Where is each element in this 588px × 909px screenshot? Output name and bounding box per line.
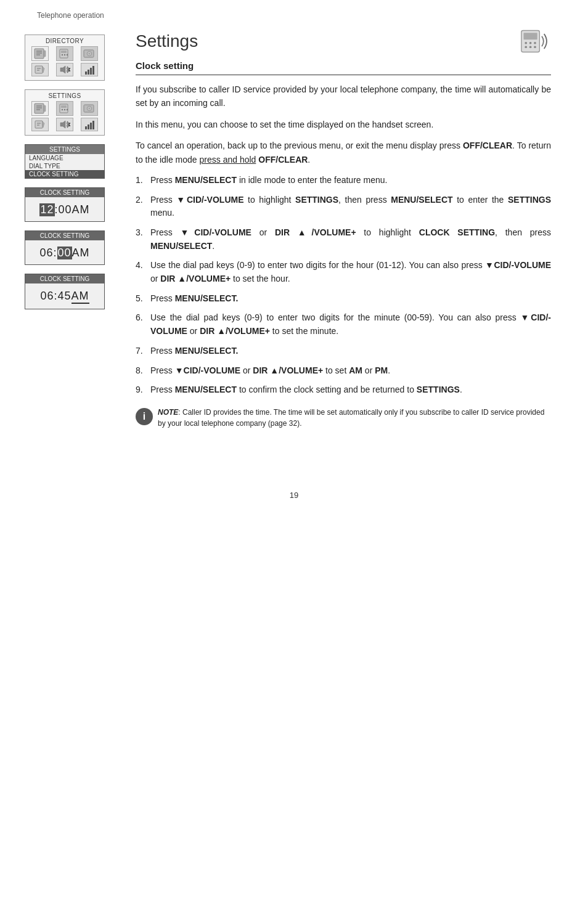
- phone-icon-1: [56, 46, 73, 61]
- body3-bold2: OFF/CLEAR: [258, 155, 308, 165]
- note-body: : Caller ID provides the time. The time …: [158, 408, 544, 428]
- svg-rect-21: [35, 104, 44, 113]
- step-3: 3. Press ▼CID/-VOLUME or DIR ▲/VOLUME+ t…: [136, 226, 551, 253]
- press-hold-underline: press and hold: [200, 155, 256, 165]
- svg-point-47: [525, 46, 527, 48]
- svg-point-45: [529, 42, 532, 44]
- step3-bold4: MENU/SELECT: [150, 241, 212, 251]
- step-8: 8. Press ▼CID/-VOLUME or DIR ▲/VOLUME+ t…: [136, 364, 551, 378]
- step8-bold4: PM: [375, 365, 388, 375]
- svg-rect-19: [69, 68, 70, 69]
- pencil-icon-1: [31, 63, 49, 76]
- step2-bold2: SETTINGS: [295, 195, 338, 205]
- clock-header-3: CLOCK SETTING: [25, 274, 104, 283]
- svg-rect-6: [61, 51, 67, 53]
- sidebar: DIRECTORY: [0, 22, 123, 441]
- page-number: 19: [290, 491, 298, 500]
- page-header: Telephone operation: [0, 0, 588, 22]
- step-3-num: 3.: [136, 226, 150, 253]
- svg-point-48: [529, 46, 532, 48]
- signal-icon-2: [81, 118, 98, 131]
- step-1-content: Press MENU/SELECT in idle mode to enter …: [150, 174, 551, 187]
- section-title: Clock setting: [136, 60, 551, 75]
- svg-point-46: [534, 42, 536, 44]
- step-6-content: Use the dial pad keys (0-9) to enter two…: [150, 311, 551, 338]
- title-icon-area: [519, 28, 551, 54]
- svg-point-9: [67, 54, 68, 55]
- page-footer: 19: [0, 478, 588, 506]
- main-content: Settings Clock setting: [123, 22, 588, 441]
- step5-bold: MENU/SELECT.: [175, 293, 239, 303]
- step9-bold1: MENU/SELECT: [175, 385, 237, 394]
- step8-bold1: CID/-VOLUME: [184, 365, 241, 375]
- clock-panel-1: CLOCK SETTING 12:00AM: [25, 187, 105, 222]
- svg-rect-41: [69, 125, 70, 126]
- step-7-content: Press MENU/SELECT.: [150, 344, 551, 358]
- clock-time-3: 06:45AM: [25, 283, 104, 309]
- clock-header-1: CLOCK SETTING: [25, 188, 104, 197]
- settings-device-label: SETTINGS: [28, 92, 102, 99]
- clock-time-2: 06:00AM: [25, 240, 104, 264]
- step-1-num: 1.: [136, 174, 150, 187]
- body-paragraph-2: In this menu, you can choose to set the …: [136, 118, 551, 131]
- svg-point-30: [67, 109, 68, 110]
- step2-bold1: CID/-VOLUME: [187, 195, 244, 205]
- body-paragraph-1: If you subscribe to caller ID service pr…: [136, 83, 551, 110]
- speaker-icon-2: [56, 118, 73, 131]
- phonebook-icon: [31, 46, 49, 61]
- note-text: NOTE: Caller ID provides the time. The t…: [158, 407, 551, 429]
- step9-bold2: SETTINGS: [417, 385, 460, 394]
- speaker-icon-1: [56, 63, 73, 76]
- step-6: 6. Use the dial pad keys (0-9) to enter …: [136, 311, 551, 338]
- directory-icons-bottom: [28, 63, 102, 76]
- clock-time-1: 12:00AM: [25, 197, 104, 221]
- step8-bold3: AM: [349, 365, 362, 375]
- svg-rect-34: [35, 121, 43, 128]
- step-7: 7. Press MENU/SELECT.: [136, 344, 551, 358]
- step-2-content: Press ▼CID/-VOLUME to highlight SETTINGS…: [150, 194, 551, 220]
- info-icon: i: [136, 408, 153, 425]
- phone-icon-2: [56, 101, 73, 116]
- body3-pre: To cancel an operation, back up to the p…: [136, 141, 463, 150]
- steps-list: 1. Press MENU/SELECT in idle mode to ent…: [136, 174, 551, 397]
- settings-menu-panel: SETTINGS LANGUAGE DIAL TYPE CLOCK SETTIN…: [25, 144, 105, 179]
- signal-icon-1: [81, 63, 98, 76]
- step-8-num: 8.: [136, 364, 150, 378]
- svg-point-44: [525, 42, 527, 44]
- step-4-content: Use the dial pad keys (0-9) to enter two…: [150, 259, 551, 285]
- page-title-row: Settings: [136, 28, 551, 54]
- step-4: 4. Use the dial pad keys (0-9) to enter …: [136, 259, 551, 285]
- body3-bold1: OFF/CLEAR: [463, 141, 512, 150]
- directory-label: DIRECTORY: [28, 38, 102, 44]
- svg-rect-13: [35, 66, 43, 73]
- step2-bold3: MENU/SELECT: [391, 195, 452, 205]
- pencil-icon-2: [31, 118, 49, 131]
- step-5: 5. Press MENU/SELECT.: [136, 292, 551, 306]
- step4-bold1: CID/-VOLUME: [494, 260, 551, 270]
- directory-icons-top: [28, 46, 102, 61]
- step-8-content: Press ▼CID/-VOLUME or DIR ▲/VOLUME+ to s…: [150, 364, 551, 378]
- step2-bold4: SETTINGS: [508, 195, 551, 205]
- svg-point-8: [64, 54, 65, 55]
- camera-icon-1: [81, 46, 98, 61]
- step1-bold: MENU/SELECT: [175, 175, 237, 185]
- step-2-num: 2.: [136, 194, 150, 220]
- step-1: 1. Press MENU/SELECT in idle mode to ent…: [136, 174, 551, 187]
- step3-bold1: CID/-VOLUME: [194, 227, 251, 237]
- note-box: i NOTE: Caller ID provides the time. The…: [136, 407, 551, 429]
- svg-point-12: [88, 52, 91, 55]
- step-3-content: Press ▼CID/-VOLUME or DIR ▲/VOLUME+ to h…: [150, 226, 551, 253]
- step-2: 2. Press ▼CID/-VOLUME to highlight SETTI…: [136, 194, 551, 220]
- svg-marker-38: [60, 121, 65, 128]
- svg-rect-25: [44, 105, 46, 112]
- camera-icon-2: [81, 101, 98, 116]
- menu-item-clock-setting: CLOCK SETTING: [25, 170, 104, 178]
- step8-bold2: DIR ▲/VOLUME+: [253, 365, 323, 375]
- body-paragraph-3: To cancel an operation, back up to the p…: [136, 139, 551, 166]
- menu-item-language: LANGUAGE: [25, 154, 104, 162]
- svg-marker-17: [60, 66, 65, 73]
- step-5-num: 5.: [136, 292, 150, 306]
- step4-bold2: DIR ▲/VOLUME+: [160, 274, 231, 283]
- page-title: Settings: [136, 31, 198, 51]
- phonebook-icon-2: [31, 101, 49, 116]
